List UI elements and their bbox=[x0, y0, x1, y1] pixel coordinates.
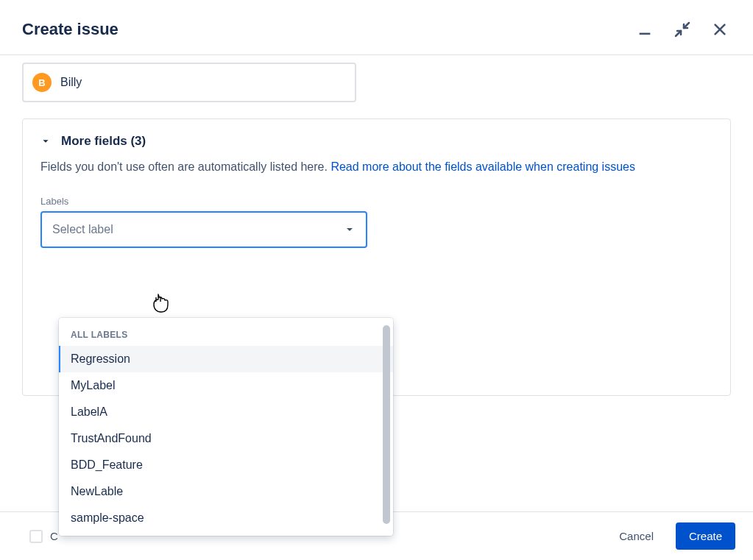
dropdown-item-bdd-feature[interactable]: BDD_Feature bbox=[59, 452, 393, 478]
modal-title: Create issue bbox=[22, 20, 119, 39]
dropdown-item-sample-space[interactable]: sample-space bbox=[59, 505, 393, 531]
dropdown-heading: ALL LABELS bbox=[59, 325, 393, 346]
dropdown-scrollbar[interactable] bbox=[383, 325, 390, 524]
more-fields-description-text: Fields you don't use often are automatic… bbox=[40, 160, 330, 173]
create-another-checkbox[interactable] bbox=[29, 530, 43, 543]
footer-right: Cancel Create bbox=[612, 522, 735, 550]
svg-rect-0 bbox=[640, 33, 651, 35]
labels-placeholder: Select label bbox=[52, 223, 113, 236]
reporter-name: Billy bbox=[60, 76, 82, 89]
dropdown-item-newlable[interactable]: NewLable bbox=[59, 478, 393, 505]
labels-dropdown: ALL LABELS Regression MyLabel LabelA Tru… bbox=[59, 318, 393, 536]
footer-left: C bbox=[29, 530, 58, 543]
collapse-icon bbox=[674, 21, 691, 38]
labels-field-label: Labels bbox=[40, 196, 713, 207]
read-more-link[interactable]: Read more about the fields available whe… bbox=[330, 160, 635, 173]
avatar: B bbox=[32, 73, 52, 92]
chevron-down-icon bbox=[40, 136, 51, 146]
cancel-button[interactable]: Cancel bbox=[612, 524, 661, 548]
dropdown-item-regression[interactable]: Regression bbox=[59, 346, 393, 372]
header-actions bbox=[634, 18, 731, 41]
minimize-button[interactable] bbox=[634, 18, 656, 40]
create-issue-modal: Create issue B Billy bbox=[0, 0, 753, 560]
labels-select[interactable]: Select label bbox=[40, 211, 367, 248]
dropdown-item-labela[interactable]: LabelA bbox=[59, 399, 393, 425]
chevron-down-icon bbox=[344, 224, 356, 235]
modal-header: Create issue bbox=[0, 0, 753, 54]
dropdown-item-trustandfound[interactable]: TrustAndFound bbox=[59, 425, 393, 452]
collapse-button[interactable] bbox=[671, 18, 694, 41]
dropdown-item-mylabel[interactable]: MyLabel bbox=[59, 372, 393, 399]
close-icon bbox=[712, 21, 728, 38]
create-another-label: C bbox=[50, 530, 58, 542]
close-button[interactable] bbox=[709, 18, 731, 40]
more-fields-title: More fields (3) bbox=[61, 134, 146, 149]
more-fields-description: Fields you don't use often are automatic… bbox=[40, 157, 713, 177]
create-button[interactable]: Create bbox=[676, 522, 735, 550]
reporter-field[interactable]: B Billy bbox=[22, 63, 356, 102]
more-fields-toggle[interactable]: More fields (3) bbox=[40, 134, 713, 149]
minimize-icon bbox=[637, 21, 653, 38]
